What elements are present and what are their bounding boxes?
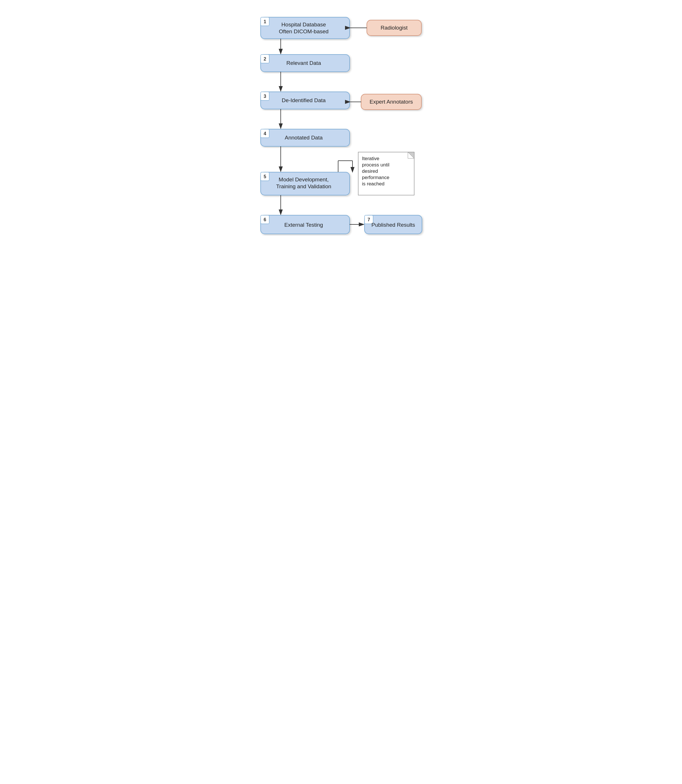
svg-text:Training and Validation: Training and Validation [276, 183, 331, 189]
svg-text:De-Identified Data: De-Identified Data [282, 97, 326, 103]
svg-text:Model Development,: Model Development, [279, 177, 329, 183]
svg-text:Often DICOM-based: Often DICOM-based [279, 29, 328, 35]
svg-text:is reached: is reached [362, 181, 384, 186]
svg-text:1: 1 [264, 19, 266, 24]
svg-text:4: 4 [264, 131, 266, 136]
svg-text:Iterative: Iterative [362, 156, 379, 161]
svg-text:2: 2 [264, 57, 266, 61]
svg-text:Published Results: Published Results [371, 222, 415, 228]
diagram-container: 1 Hospital Database Often DICOM-based Ra… [255, 11, 427, 328]
svg-text:Hospital Database: Hospital Database [281, 22, 326, 27]
svg-text:process until: process until [362, 162, 389, 168]
svg-text:External Testing: External Testing [284, 222, 323, 228]
svg-text:Radiologist: Radiologist [381, 25, 408, 31]
svg-text:Relevant Data: Relevant Data [287, 60, 321, 66]
svg-text:Annotated Data: Annotated Data [285, 135, 323, 141]
svg-text:desired: desired [362, 169, 378, 174]
svg-text:5: 5 [264, 174, 266, 179]
svg-rect-2 [261, 17, 350, 39]
svg-text:7: 7 [368, 217, 370, 222]
svg-text:6: 6 [264, 217, 266, 222]
svg-text:Expert Annotators: Expert Annotators [370, 99, 413, 105]
svg-text:3: 3 [264, 94, 266, 99]
svg-text:performance: performance [362, 175, 389, 180]
